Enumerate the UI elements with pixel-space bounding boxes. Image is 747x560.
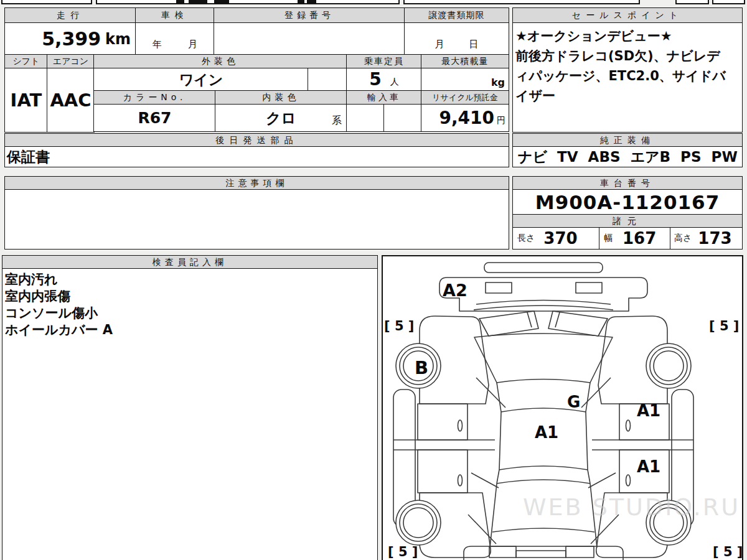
interior-color-text: クロ xyxy=(266,108,296,128)
shift-header: シフト xyxy=(4,54,48,69)
cutoff-cell xyxy=(712,0,745,4)
mileage-unit: km xyxy=(105,30,131,48)
roof-rear-band xyxy=(497,480,590,483)
damage-mark-roof: A1 xyxy=(535,423,558,442)
corner-mark-bottom-right: [ 5 ] xyxy=(713,544,742,559)
aircon-value: AAC xyxy=(47,68,95,133)
chassis-value: M900A-1120167 xyxy=(512,189,743,215)
sales-point-box: ★オークションデビュー★ 前後方ドラレコ(SD欠)、ナビレデ ィパッケージ、ET… xyxy=(512,22,743,133)
cutoff-text-fragment xyxy=(298,0,304,4)
length-value: 370 xyxy=(543,229,577,248)
max-load-header: 最大積載量 xyxy=(421,54,509,69)
exterior-color-text: ワイン xyxy=(179,70,223,90)
corner-mark-bottom-left: [ 5 ] xyxy=(388,544,418,559)
length-cell: 長さ 370 xyxy=(512,227,600,250)
interior-color-value: クロ 系 xyxy=(215,104,347,132)
max-load-unit: kg xyxy=(491,77,505,88)
tail-lamp-left xyxy=(489,546,516,558)
door-handle xyxy=(458,420,463,431)
sales-point-line: ィパッケージ、ETC2.0、サイドバ xyxy=(515,66,740,86)
windshield xyxy=(474,334,613,383)
cutoff-text-fragment xyxy=(189,0,207,4)
capacity-header: 乗車定員 xyxy=(346,54,422,69)
inspector-note-line: 室内汚れ xyxy=(5,271,377,288)
inspection-year-label: 年 xyxy=(153,39,162,50)
interior-color-suffix: 系 xyxy=(332,114,342,128)
transfer-month-label: 月 xyxy=(435,39,444,50)
damage-mark-door-rear-right: A1 xyxy=(637,457,660,476)
mileage-header: 走行 xyxy=(4,7,136,24)
inspector-note-line: 室内内張傷 xyxy=(5,288,377,305)
capacity-unit: 人 xyxy=(390,75,399,88)
auction-sheet: { "colors": { "header_bg": "#d9d9d9", "b… xyxy=(0,0,747,560)
inspector-header: 検査員記入欄 xyxy=(2,255,378,269)
cutoff-cell xyxy=(1,0,92,4)
front-bumper xyxy=(439,278,647,311)
roof-rear-band-side xyxy=(588,470,590,483)
cutoff-text-fragment xyxy=(214,0,229,4)
mileage-value: 5,399 km xyxy=(4,22,136,55)
license-recess xyxy=(516,551,566,558)
roof-front-band-side xyxy=(497,383,501,412)
capacity-number: 5 xyxy=(369,71,381,88)
chassis-number: M900A-1120167 xyxy=(535,191,720,213)
interior-color-header: 内装色 xyxy=(215,90,347,105)
transfer-deadline-value: 月 日 xyxy=(404,22,509,55)
shift-value: IAT xyxy=(4,68,48,133)
inspection-value: 年 月 xyxy=(135,22,215,55)
recycle-header: リサイクル預託金 xyxy=(421,90,509,105)
registration-header: 登録番号 xyxy=(214,7,405,24)
car-diagram: WEB STUDIO.RU A2 [ 5 ] [ 5 ] B G A1 A1 A… xyxy=(383,256,742,560)
roof-rear-band xyxy=(499,466,588,470)
transfer-day-label: 日 xyxy=(469,39,479,50)
width-cell: 幅 167 xyxy=(599,227,671,250)
height-value: 173 xyxy=(698,229,731,248)
height-label: 高さ xyxy=(674,233,692,244)
equipment-value: ナビ TV ABS エアB PS PW xyxy=(512,146,743,167)
dimensions-header: 諸元 xyxy=(512,214,743,228)
registration-value xyxy=(214,22,405,55)
damage-mark-wheel-b: B xyxy=(415,357,428,378)
width-value: 167 xyxy=(622,229,656,248)
cutoff-cell xyxy=(675,0,709,4)
inspection-month-label: 月 xyxy=(188,39,197,50)
color-no-header: カラーNo. xyxy=(93,90,216,105)
recycle-unit: 円 xyxy=(497,115,505,126)
wiper-left xyxy=(479,311,538,336)
length-label: 長さ xyxy=(517,233,535,244)
car-diagram-box: WEB STUDIO.RU A2 [ 5 ] [ 5 ] B G A1 A1 A… xyxy=(382,255,743,560)
inspector-note-line: ホイールカバー A xyxy=(5,322,377,338)
caution-header: 注意事項欄 xyxy=(4,176,509,190)
roof-side-right xyxy=(586,412,588,470)
transfer-deadline-header: 譲渡書類期限 xyxy=(404,7,509,24)
recycle-value: 9,410 円 xyxy=(421,104,509,132)
front-lamp-left xyxy=(486,282,512,293)
sales-point-line: イザー xyxy=(515,86,740,106)
door-handle xyxy=(626,420,631,431)
sales-point-line: 前後方ドラレコ(SD欠)、ナビレデ xyxy=(515,46,740,66)
door-handle xyxy=(626,475,631,486)
tail-lamp-right xyxy=(566,546,594,558)
roof-rear-band-side xyxy=(497,470,499,483)
mileage-number: 5,399 xyxy=(42,28,101,50)
sales-point-header: セールスポイント xyxy=(512,7,743,24)
roof-front-band-side xyxy=(586,383,590,412)
rear-deck-line xyxy=(492,528,594,532)
wiper-right-blade xyxy=(555,312,560,327)
cutoff-cell xyxy=(96,0,400,4)
aircon-header: エアコン xyxy=(47,54,95,69)
chassis-header: 車台番号 xyxy=(512,176,743,190)
equipment-text: ナビ TV ABS エアB PS PW xyxy=(518,147,738,167)
damage-mark-cowl-g: G xyxy=(567,393,580,411)
height-cell: 高さ 173 xyxy=(670,227,743,250)
caution-box xyxy=(4,189,509,250)
watermark-text: WEB STUDIO.RU xyxy=(523,493,740,521)
inspection-header: 車検 xyxy=(135,7,215,24)
roof-front-strip xyxy=(484,263,603,273)
aircon-value-text: AAC xyxy=(50,90,91,111)
front-lamp-right xyxy=(576,282,602,293)
door-gap-right xyxy=(592,440,693,450)
later-parts-text: 保証書 xyxy=(7,147,50,167)
inspector-note-line: コンソール傷小 xyxy=(5,305,377,322)
c-pillar-right xyxy=(588,473,616,488)
